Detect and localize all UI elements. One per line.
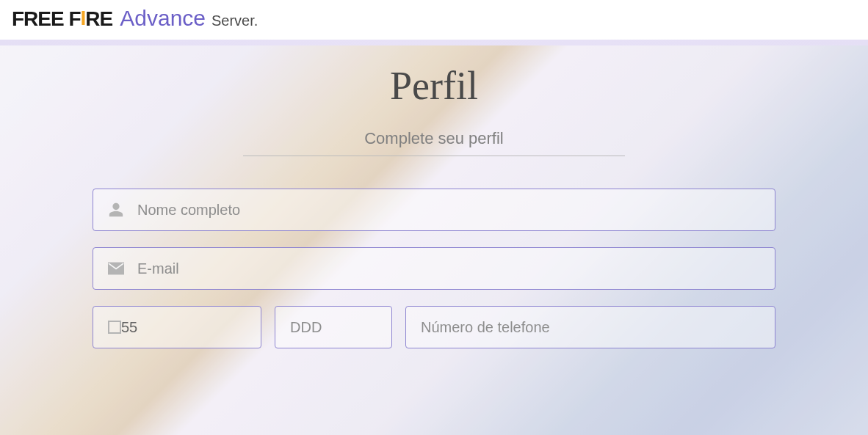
separator-bar (0, 40, 868, 45)
phone-row (93, 306, 775, 348)
profile-form (93, 189, 775, 348)
logo-text-part2: RE (85, 7, 112, 31)
logo-server: Server. (211, 12, 258, 29)
content-background: Perfil Complete seu perfil (0, 45, 868, 435)
fullname-input[interactable] (137, 202, 760, 219)
flag-icon (108, 321, 121, 334)
email-row (93, 247, 775, 290)
logo-freefire: FREE FIRE (12, 7, 112, 31)
header: FREE FIRE Advance Server. (0, 0, 868, 40)
page-title: Perfil (0, 63, 868, 109)
country-code-row (93, 306, 261, 348)
email-icon (108, 262, 137, 275)
fullname-row (93, 189, 775, 231)
flame-icon: I (81, 7, 86, 30)
title-underline (243, 156, 625, 156)
page-subtitle: Complete seu perfil (0, 129, 868, 148)
content: Perfil Complete seu perfil (0, 45, 868, 348)
svg-rect-1 (109, 321, 120, 333)
phone-number-row (405, 306, 775, 348)
logo-text-part1: FREE F (12, 7, 81, 31)
person-icon (108, 202, 137, 218)
phone-number-input[interactable] (421, 319, 760, 336)
ddd-row (275, 306, 392, 348)
email-input[interactable] (137, 260, 760, 277)
logo-advance: Advance (120, 6, 206, 31)
